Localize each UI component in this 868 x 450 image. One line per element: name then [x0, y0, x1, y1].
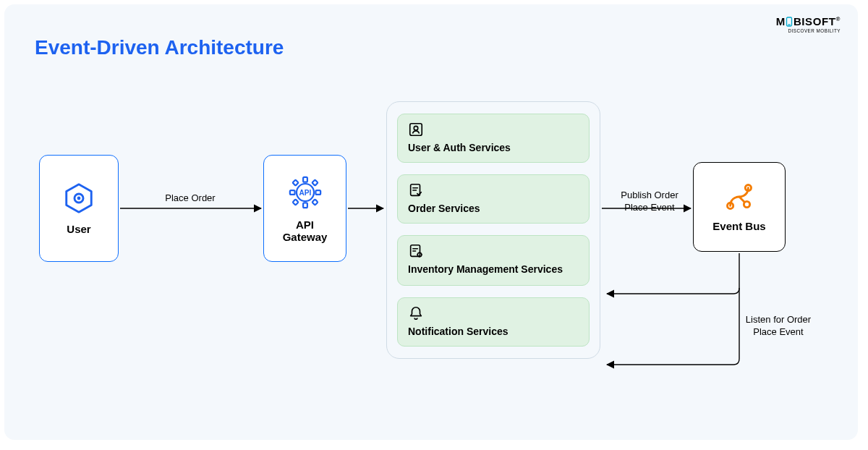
brand-prefix: M [776, 15, 786, 27]
api-badge-text: API [299, 188, 311, 196]
service-order: Order Services [397, 174, 590, 224]
brand-registered: ® [836, 16, 841, 22]
service-notification-label: Notification Services [408, 326, 579, 337]
svg-point-4 [77, 197, 81, 200]
api-gateway-label-2: Gateway [283, 231, 328, 243]
svg-rect-9 [315, 190, 320, 195]
api-gateway-label-1: API [296, 218, 314, 231]
bell-icon [408, 305, 424, 321]
brand-suffix: BISOFT [793, 15, 836, 27]
edge-listen: Listen for Order Place Event [728, 314, 829, 339]
user-hex-icon [62, 182, 95, 217]
svg-rect-1 [788, 24, 791, 25]
edge-place-order: Place Order [143, 192, 237, 205]
svg-point-18 [414, 126, 418, 130]
brand-main: M BISOFT® [776, 15, 841, 27]
diagram-title: Event-Driven Architecture [35, 36, 284, 59]
phone-in-o-icon [786, 17, 793, 26]
svg-rect-8 [289, 190, 294, 195]
event-bus-node: Event Bus [693, 162, 786, 252]
service-auth: User & Auth Services [397, 114, 590, 163]
event-bus-label: Event Bus [712, 220, 765, 232]
svg-rect-11 [312, 179, 318, 185]
service-inventory: Inventory Management Services [397, 235, 590, 286]
user-node: User [39, 155, 119, 262]
svg-rect-12 [292, 199, 298, 205]
edge-publish: Publish Order Place Event [606, 190, 693, 214]
services-panel: User & Auth Services Order Services Inve… [386, 101, 600, 359]
service-order-label: Order Services [408, 203, 579, 214]
svg-rect-6 [303, 177, 307, 182]
service-notification: Notification Services [397, 297, 590, 347]
clipboard-check-icon [408, 182, 424, 198]
event-bus-icon [724, 182, 754, 214]
clipboard-gear-icon [408, 243, 424, 259]
service-inventory-label: Inventory Management Services [408, 263, 579, 276]
brand-logo: M BISOFT® DISCOVER MOBILITY [776, 16, 841, 33]
user-label: User [67, 223, 90, 235]
svg-rect-7 [303, 203, 307, 208]
brand-tagline: DISCOVER MOBILITY [776, 29, 841, 33]
user-box-icon [408, 122, 424, 137]
gear-api-icon: API [287, 174, 323, 213]
service-auth-label: User & Auth Services [408, 142, 579, 153]
api-gateway-node: API API Gateway [263, 155, 346, 262]
svg-rect-10 [292, 179, 298, 185]
diagram-canvas: Event-Driven Architecture M BISOFT® DISC… [4, 4, 858, 440]
svg-rect-13 [312, 199, 318, 205]
svg-rect-17 [410, 124, 422, 136]
